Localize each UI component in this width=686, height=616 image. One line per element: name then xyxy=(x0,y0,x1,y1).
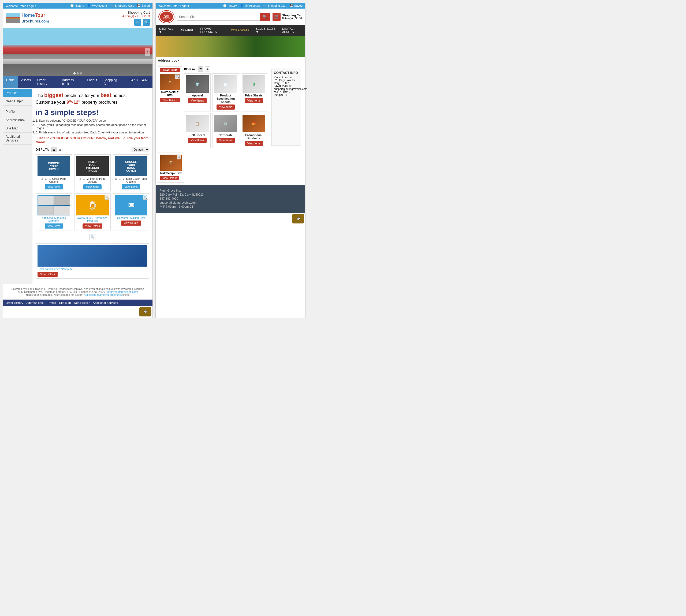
left-account-link[interactable]: 👤 My Account xyxy=(87,4,107,7)
featured-view-details-btn[interactable]: View Details xyxy=(160,98,180,102)
right-product-img-1: 📄 xyxy=(214,75,237,93)
right-display-label: DISPLAY: xyxy=(184,68,196,71)
left-cart-link[interactable]: 🛒 Shopping Cart xyxy=(110,4,133,7)
footer-nav-address-book[interactable]: Address book xyxy=(26,301,44,304)
view-details-btn-5[interactable]: View Details xyxy=(121,221,141,226)
left-header: HomeTour Brochures.com Shopping Cart 4 I… xyxy=(3,8,153,28)
footer-line1: Powered by Plum Grove Inc. - Printing, T… xyxy=(6,287,149,290)
left-logo-text: HomeTour Brochures.com xyxy=(21,13,49,24)
contact-phone: 847-882-4020 xyxy=(274,85,298,88)
left-nav-order-history[interactable]: Order History xyxy=(34,76,59,88)
tagline-customize: Customize your xyxy=(36,100,67,105)
right-history-link[interactable]: 🕐 History xyxy=(223,4,237,7)
footer-nav-order-history[interactable]: Order History xyxy=(6,301,23,304)
right-top-bar: Welcome Peter, Logout 🕐 History 👤 My Acc… xyxy=(156,3,305,8)
view-items-btn-1[interactable]: View Items xyxy=(83,184,102,190)
right-view-items-1[interactable]: View Items xyxy=(217,105,235,110)
right-saved-link[interactable]: 💾 Saved xyxy=(290,4,303,7)
sidebar-item-additional-services[interactable]: Additional Services xyxy=(3,133,32,145)
view-items-btn-2[interactable]: View Items xyxy=(122,184,140,190)
right-nav-promo[interactable]: PROMO PRODUCTS xyxy=(197,25,227,36)
newsletter-view-btn[interactable]: View Details xyxy=(38,272,58,277)
featured-left-box: FEATURED 🔍 📦 MALT SAMPLE BOX View Detail… xyxy=(158,66,182,148)
step-2: 2. Then, you'll upload high resolution p… xyxy=(36,123,149,130)
view-details-btn-4[interactable]: View Details xyxy=(83,223,103,228)
view-items-btn-3[interactable]: View Items xyxy=(45,223,63,228)
left-nav-logout[interactable]: Logout xyxy=(84,76,101,88)
sidebar-item-need-help[interactable]: Need Help? xyxy=(3,97,32,106)
right-nav-digital[interactable]: DIGITAL ASSETS xyxy=(279,25,305,36)
newsletter-title: Center of Influence Newsletter xyxy=(38,268,147,271)
product-img-4: 🍺 xyxy=(76,195,109,215)
footer-right-company: Plum Grove Inc. xyxy=(160,189,301,192)
left-cart-icon-button[interactable]: 🛒 xyxy=(134,19,141,26)
right-product-0: 👕 Apparel View Items xyxy=(184,73,211,111)
tagline-mid: brochures for your xyxy=(65,93,101,98)
featured-img-wrap: 🔍 📦 xyxy=(160,74,180,90)
product-img-0: CHOOSEYOURCOVER xyxy=(38,156,70,176)
right-account-link[interactable]: 👤 My Account xyxy=(240,4,260,7)
left-search-icon-button[interactable]: 🔍 xyxy=(143,19,150,26)
footer-brochures-link[interactable]: real estate marketing brochures xyxy=(84,293,121,296)
footer-nav-site-map[interactable]: Site Map xyxy=(59,301,71,304)
footer-nav-profile[interactable]: Profile xyxy=(48,301,56,304)
left-nav-assets[interactable]: Assets xyxy=(18,76,34,88)
right-nav-apparel[interactable]: APPAREL xyxy=(177,26,197,34)
sidebar-item-address-book[interactable]: Address book xyxy=(3,116,32,124)
view-items-btn-0[interactable]: View Items xyxy=(45,184,63,190)
sort-select[interactable]: Default xyxy=(131,147,149,152)
view-list-btn[interactable]: ☰ xyxy=(51,147,57,152)
right-search-input[interactable] xyxy=(177,13,260,21)
product-img-3 xyxy=(38,195,70,215)
malt-product-name: Malt Sample Box xyxy=(160,172,182,175)
right-product-name-4: Corporate xyxy=(214,133,237,137)
tagline-homes: homes. xyxy=(113,93,127,98)
logo-tour: Tour xyxy=(35,13,45,18)
left-nav-home[interactable]: Home xyxy=(3,76,18,88)
right-product-name-5: Promotional Products xyxy=(243,133,265,140)
right-header: PLUMGROVE 🔍 🛒 Shopping Cart 0 Item(s) - … xyxy=(156,8,305,25)
product-card-1: BUILDYOURINTERIORPAGES STEP 2: Interior … xyxy=(74,154,111,191)
right-logo: PLUMGROVE xyxy=(158,11,174,23)
hero-next-btn[interactable]: › xyxy=(145,48,150,56)
choose-cover-text: Just click "CHOOSE YOUR COVER" below, an… xyxy=(36,136,149,144)
right-featured-row: FEATURED 🔍 📦 MALT SAMPLE BOX View Detail… xyxy=(156,64,305,150)
right-nav-shop-all[interactable]: SHOP ALL ▼ xyxy=(156,25,177,36)
left-nav-address-book[interactable]: Address book xyxy=(59,76,84,88)
right-view-grid-btn[interactable]: ⊞ xyxy=(205,66,210,72)
featured-mag-btn[interactable]: 🔍 xyxy=(175,74,180,79)
right-view-list-btn[interactable]: ☰ xyxy=(198,66,203,72)
right-chat-widget[interactable]: 💬 xyxy=(292,214,304,223)
right-chat-area: 💬 xyxy=(156,213,305,224)
left-history-link[interactable]: 🕐 History xyxy=(70,4,84,7)
mag-btn-5[interactable]: 🔍 xyxy=(143,195,148,200)
right-products-section: DISPLAY: ☰ ⊞ 👕 Apparel View Items 📄 Prod… xyxy=(184,66,267,148)
right-cart-link[interactable]: 🛒 Shopping Cart xyxy=(263,4,286,7)
right-contact-box: CONTACT INFO Plum Grove Inc. 320 Cary Po… xyxy=(271,69,301,146)
right-view-items-3[interactable]: View Items xyxy=(188,138,206,143)
malt-view-details-btn[interactable]: View Details xyxy=(160,176,179,180)
left-saved-link[interactable]: 💾 Saved xyxy=(137,4,150,7)
right-view-items-0[interactable]: View Items xyxy=(188,98,206,103)
view-grid-btn[interactable]: ⊞ xyxy=(57,147,62,152)
right-nav-sell-sheets[interactable]: SELL SHEETS ▼ xyxy=(253,25,279,36)
sidebar-item-profile[interactable]: Profile xyxy=(3,108,32,116)
left-logo-house-img xyxy=(6,13,20,23)
left-nav-phone[interactable]: 847.882.4020 xyxy=(127,76,153,88)
right-view-items-4[interactable]: View Items xyxy=(217,138,235,143)
sidebar-item-products[interactable]: Products xyxy=(3,89,32,97)
footer-nav-additional[interactable]: Additional Services xyxy=(93,301,118,304)
left-nav-shopping-cart[interactable]: Shopping Cart xyxy=(100,76,126,88)
footer-nav-need-help[interactable]: Need Help? xyxy=(74,301,89,304)
right-nav-corporate[interactable]: CORPORATE xyxy=(228,26,253,34)
right-product-img-2: 💲 xyxy=(243,75,265,93)
magnifier-btn[interactable]: 🔍 xyxy=(89,234,95,240)
sidebar-item-site-map[interactable]: Site Map xyxy=(3,124,32,133)
chat-widget[interactable]: 💬 xyxy=(139,307,151,316)
right-search-btn[interactable]: 🔍 xyxy=(260,13,270,21)
footer-link[interactable]: https://plumgroveinc.com/ xyxy=(108,290,138,293)
right-view-items-2[interactable]: View Items xyxy=(245,98,263,103)
right-view-items-5[interactable]: View Items xyxy=(245,141,263,146)
malt-mag-btn[interactable]: 🔍 xyxy=(177,155,181,159)
mag-btn-4[interactable]: 🔍 xyxy=(105,195,109,200)
